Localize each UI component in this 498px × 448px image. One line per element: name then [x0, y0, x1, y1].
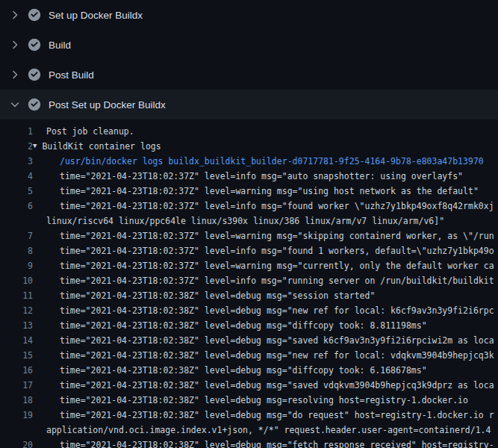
- log-line-text: time="2021-04-23T18:02:37Z" level=warnin…: [60, 184, 479, 199]
- log-line-text: /usr/bin/docker logs buildx_buildkit_bui…: [60, 154, 484, 169]
- log-line-number[interactable]: 6: [0, 199, 33, 214]
- log-line-text: time="2021-04-23T18:02:37Z" level=info m…: [60, 273, 494, 288]
- log-line-number[interactable]: 3: [0, 154, 33, 169]
- log-line-number[interactable]: 19: [0, 408, 33, 423]
- log-line-text: Post job cleanup.: [46, 124, 134, 139]
- log-line-text: time="2021-04-23T18:02:38Z" level=debug …: [60, 288, 375, 303]
- step-header-build[interactable]: Build: [0, 30, 498, 60]
- log-line: 6 time="2021-04-23T18:02:37Z" level=info…: [0, 199, 498, 214]
- log-line-text: time="2021-04-23T18:02:38Z" level=debug …: [60, 438, 494, 448]
- log-line-number[interactable]: 9: [0, 258, 33, 273]
- log-line: 9 time="2021-04-23T18:02:37Z" level=warn…: [0, 258, 498, 273]
- log-line-text: time="2021-04-23T18:02:38Z" level=debug …: [60, 393, 468, 408]
- log-line-text: time="2021-04-23T18:02:37Z" level=info m…: [60, 243, 494, 258]
- log-line: 11 time="2021-04-23T18:02:38Z" level=deb…: [0, 288, 498, 303]
- chevron-right-icon: [9, 69, 21, 81]
- chevron-right-icon: [9, 39, 21, 51]
- group-collapse-triangle-icon[interactable]: ▼: [33, 139, 37, 153]
- log-line-text: time="2021-04-23T18:02:37Z" level=info m…: [60, 169, 463, 184]
- log-line-number[interactable]: 14: [0, 333, 33, 348]
- chevron-down-icon: [9, 99, 21, 111]
- log-line: 17 time="2021-04-23T18:02:38Z" level=deb…: [0, 378, 498, 393]
- log-group-line: 2 ▼BuildKit container logs: [0, 139, 498, 154]
- step-label: Post Build: [49, 69, 94, 81]
- log-line-text: linux/riscv64 linux/ppc64le linux/s390x …: [46, 214, 444, 228]
- log-line: 1 Post job cleanup.: [0, 124, 498, 139]
- step-header-post-set-up-docker-buildx[interactable]: Post Set up Docker Buildx: [0, 90, 498, 119]
- step-label: Build: [49, 40, 71, 51]
- log-line-number[interactable]: 13: [0, 318, 33, 333]
- log-line: 19 time="2021-04-23T18:02:38Z" level=deb…: [0, 408, 498, 423]
- log-line: 12 time="2021-04-23T18:02:38Z" level=deb…: [0, 303, 498, 318]
- check-circle-icon: [28, 8, 41, 22]
- log-line-number[interactable]: 2: [0, 139, 33, 154]
- log-line-number[interactable]: 1: [0, 124, 33, 139]
- log-line-text: time="2021-04-23T18:02:38Z" level=debug …: [60, 318, 427, 333]
- log-line-text: time="2021-04-23T18:02:37Z" level=warnin…: [60, 228, 494, 243]
- log-line-text: time="2021-04-23T18:02:37Z" level=info m…: [60, 199, 494, 214]
- workflow-log-console: Set up Docker Buildx Build Post Build Po…: [0, 0, 498, 448]
- log-line-number[interactable]: 15: [0, 348, 33, 363]
- log-line-number[interactable]: [0, 214, 33, 228]
- step-header-set-up-docker-buildx[interactable]: Set up Docker Buildx: [0, 0, 498, 30]
- log-line-number[interactable]: 7: [0, 228, 33, 243]
- step-label: Post Set up Docker Buildx: [49, 99, 166, 111]
- log-line: application/vnd.oci.image.index.v1+json,…: [0, 423, 498, 438]
- log-line-text: time="2021-04-23T18:02:38Z" level=debug …: [60, 348, 494, 363]
- log-line: 15 time="2021-04-23T18:02:38Z" level=deb…: [0, 348, 498, 363]
- check-circle-icon: [28, 38, 41, 52]
- step-label: Set up Docker Buildx: [49, 10, 143, 21]
- log-line-number[interactable]: 16: [0, 363, 33, 378]
- log-line-text: time="2021-04-23T18:02:38Z" level=debug …: [60, 333, 494, 348]
- log-line-number[interactable]: 18: [0, 393, 33, 408]
- log-line-number[interactable]: 8: [0, 243, 33, 258]
- log-line: linux/riscv64 linux/ppc64le linux/s390x …: [0, 214, 498, 228]
- log-line: 3 /usr/bin/docker logs buildx_buildkit_b…: [0, 154, 498, 169]
- log-line: 13 time="2021-04-23T18:02:38Z" level=deb…: [0, 318, 498, 333]
- log-line-number[interactable]: 5: [0, 184, 33, 199]
- log-line: 18 time="2021-04-23T18:02:38Z" level=deb…: [0, 393, 498, 408]
- log-line: 16 time="2021-04-23T18:02:38Z" level=deb…: [0, 363, 498, 378]
- check-circle-icon: [28, 68, 41, 81]
- log-line: 5 time="2021-04-23T18:02:37Z" level=warn…: [0, 184, 498, 199]
- log-line-number[interactable]: 17: [0, 378, 33, 393]
- log-line-text: time="2021-04-23T18:02:38Z" level=debug …: [60, 378, 494, 393]
- log-line: 20 time="2021-04-23T18:02:38Z" level=deb…: [0, 438, 498, 448]
- log-line-text: time="2021-04-23T18:02:38Z" level=debug …: [60, 363, 427, 378]
- log-line-number[interactable]: [0, 423, 33, 438]
- log-line-number[interactable]: 4: [0, 169, 33, 184]
- step-header-post-build[interactable]: Post Build: [0, 60, 498, 90]
- chevron-right-icon: [9, 9, 21, 21]
- log-line-text[interactable]: BuildKit container logs: [42, 139, 161, 154]
- log-line-text: time="2021-04-23T18:02:38Z" level=debug …: [60, 303, 494, 318]
- log-line-text: time="2021-04-23T18:02:37Z" level=warnin…: [60, 258, 494, 273]
- log-line: 10 time="2021-04-23T18:02:37Z" level=inf…: [0, 273, 498, 288]
- log-line-number[interactable]: 10: [0, 273, 33, 288]
- log-line: 4 time="2021-04-23T18:02:37Z" level=info…: [0, 169, 498, 184]
- log-line-text: application/vnd.oci.image.index.v1+json,…: [46, 423, 491, 438]
- log-line: 7 time="2021-04-23T18:02:37Z" level=warn…: [0, 228, 498, 243]
- log-line-number[interactable]: 11: [0, 288, 33, 303]
- log-line: 14 time="2021-04-23T18:02:38Z" level=deb…: [0, 333, 498, 348]
- log-line-number[interactable]: 20: [0, 438, 33, 448]
- check-circle-icon: [28, 98, 41, 111]
- log-line-text: time="2021-04-23T18:02:38Z" level=debug …: [60, 408, 494, 423]
- log-line-number[interactable]: 12: [0, 303, 33, 318]
- log-line: 8 time="2021-04-23T18:02:37Z" level=info…: [0, 243, 498, 258]
- log-lines: 1 Post job cleanup. 2 ▼BuildKit containe…: [0, 119, 498, 448]
